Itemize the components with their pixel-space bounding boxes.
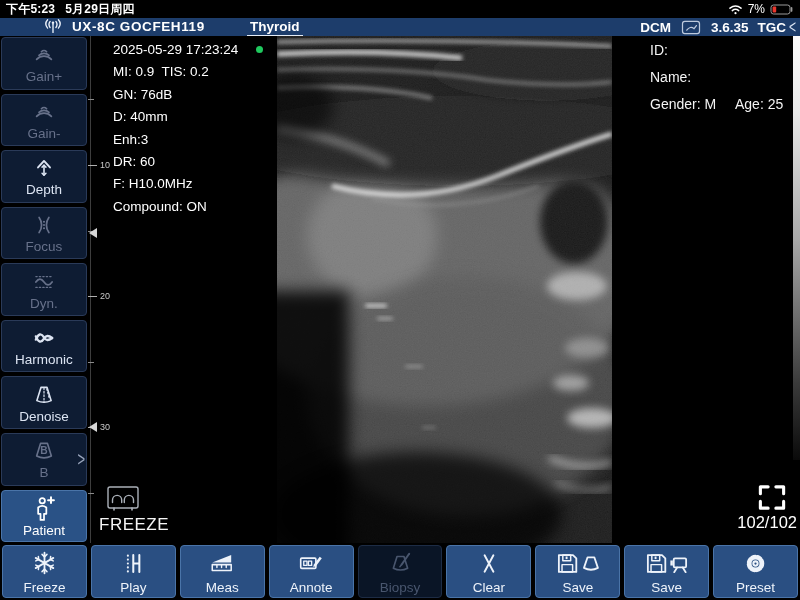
save-image-icon [554, 546, 602, 580]
patient-id-label: ID: [650, 42, 668, 58]
ruler-tick [88, 493, 94, 494]
focus-icon [30, 212, 58, 238]
depth-icon [30, 155, 58, 181]
sidebar-item-label: Harmonic [15, 352, 73, 367]
gain-minus-icon [30, 99, 58, 125]
battery-icon [770, 4, 794, 15]
image-info-overlay: 2025-05-29 17:23:24 MI: 0.9 TIS: 0.2GN: … [113, 39, 238, 218]
image-param-line: Compound: ON [113, 196, 238, 218]
ruler-depth-label: 10 [100, 160, 110, 170]
depth-ruler: 102030 [86, 36, 114, 543]
expand-chevron-icon[interactable]: > [77, 447, 85, 471]
ruler-tick [88, 165, 97, 166]
sidebar-item-gain-minus[interactable]: Gain- [1, 94, 87, 147]
probe-antenna-icon [42, 18, 64, 36]
exam-preset-selector[interactable]: Thyroid [247, 19, 303, 36]
device-name: UX-8C GOCFEH119 [72, 19, 205, 34]
sidebar-item-label: Gain- [27, 126, 60, 141]
bottom-toolbar: FreezePlayMeasAnnoteBiopsyClearSaveSaveP… [0, 543, 800, 600]
harmonic-icon [30, 325, 58, 351]
image-param-line: MI: 0.9 TIS: 0.2 [113, 61, 238, 83]
patient-age: Age: 25 [735, 96, 783, 112]
toolbar-button-label: Clear [473, 580, 505, 596]
ruler-axis-line [90, 36, 91, 543]
sidebar-item-focus[interactable]: Focus [1, 207, 87, 260]
clear-x-icon [476, 546, 502, 580]
patient-name-label: Name: [650, 69, 691, 85]
ruler-depth-label: 20 [100, 291, 110, 301]
ruler-tick [88, 362, 94, 363]
status-date: 5月29日周四 [65, 1, 134, 18]
sidebar-item-gain-plus[interactable]: Gain+ [1, 37, 87, 90]
sidebar-item-b-mode[interactable]: BB> [1, 433, 87, 486]
toolbar-button-save-video[interactable]: Save [624, 545, 709, 598]
patient-icon [29, 494, 59, 522]
svg-text:B: B [40, 445, 47, 456]
toolbar-button-label: Freeze [23, 580, 65, 596]
record-indicator-dot [256, 46, 263, 53]
toolbar-button-label: Play [120, 580, 146, 596]
sidebar-item-depth[interactable]: Depth [1, 150, 87, 203]
focus-marker-icon [89, 228, 97, 238]
denoise-icon [30, 382, 58, 408]
freeze-status-text: FREEZE [99, 515, 169, 535]
toolbar-button-save-image[interactable]: Save [535, 545, 620, 598]
image-param-line: DR: 60 [113, 151, 238, 173]
acquisition-datetime: 2025-05-29 17:23:24 [113, 39, 238, 61]
sidebar-item-patient[interactable]: Patient [1, 490, 87, 543]
tgc-button[interactable]: TGC < [757, 20, 796, 35]
cine-play-icon [120, 546, 147, 580]
sidebar-item-label: Denoise [19, 409, 69, 424]
dcm-button[interactable]: DCM [640, 20, 671, 35]
sidebar-item-label: Focus [26, 239, 63, 254]
toolbar-button-label: Annote [290, 580, 333, 596]
toolbar-button-freeze[interactable]: Freeze [2, 545, 87, 598]
toolbar-button-biopsy[interactable]: Biopsy [358, 545, 443, 598]
ultrasound-image-canvas[interactable] [277, 36, 612, 543]
toolbar-button-label: Save [651, 580, 682, 596]
image-param-line: D: 40mm [113, 106, 238, 128]
toolbar-button-label: Preset [736, 580, 775, 596]
sidebar-item-harmonic[interactable]: Harmonic [1, 320, 87, 373]
sidebar-item-label: Gain+ [26, 69, 62, 84]
annotate-icon [296, 546, 326, 580]
sidebar-item-label: Depth [26, 182, 62, 197]
wifi-icon [728, 4, 743, 15]
image-param-line: F: H10.0MHz [113, 173, 238, 195]
ruler-depth-label: 30 [100, 422, 110, 432]
biopsy-needle-icon [387, 546, 414, 580]
body-mark-icon [106, 483, 142, 514]
chevron-left-icon: < [789, 17, 796, 38]
tgc-gain-strip[interactable] [793, 36, 800, 460]
toolbar-button-clear[interactable]: Clear [446, 545, 531, 598]
measure-ruler-icon [207, 546, 237, 580]
b-mode-icon: B [30, 438, 58, 464]
sidebar-item-label: Patient [23, 523, 65, 538]
tgc-label: TGC [757, 20, 786, 35]
toolbar-button-label: Biopsy [380, 580, 421, 596]
software-version: 3.6.35 [711, 20, 749, 35]
sidebar-item-denoise[interactable]: Denoise [1, 376, 87, 429]
sidebar-item-dyn[interactable]: Dyn. [1, 263, 87, 316]
frame-counter: 102/102 [737, 513, 797, 532]
fullscreen-icon[interactable] [755, 482, 789, 513]
ultrasound-app-screen: 下午5:23 5月29日周四 7% [0, 0, 800, 600]
sidebar: Gain+Gain-DepthFocusDyn.HarmonicDenoiseB… [0, 36, 88, 543]
status-time: 下午5:23 [6, 1, 55, 18]
app-header: UX-8C GOCFEH119 Thyroid DCM 3.6.35 TGC < [0, 18, 800, 36]
toolbar-button-label: Meas [206, 580, 239, 596]
focus-marker-icon [89, 422, 97, 432]
dcm-probe-icon[interactable] [680, 19, 702, 36]
ruler-tick [88, 99, 94, 100]
ruler-tick [88, 296, 97, 297]
toolbar-button-meas[interactable]: Meas [180, 545, 265, 598]
preset-gear-icon [742, 546, 769, 580]
snowflake-icon [30, 546, 59, 580]
sidebar-item-label: Dyn. [30, 296, 58, 311]
gain-plus-icon [30, 42, 58, 68]
patient-gender: Gender: M [650, 96, 716, 112]
save-video-icon [643, 546, 691, 580]
toolbar-button-play[interactable]: Play [91, 545, 176, 598]
toolbar-button-annote[interactable]: Annote [269, 545, 354, 598]
toolbar-button-preset[interactable]: Preset [713, 545, 798, 598]
